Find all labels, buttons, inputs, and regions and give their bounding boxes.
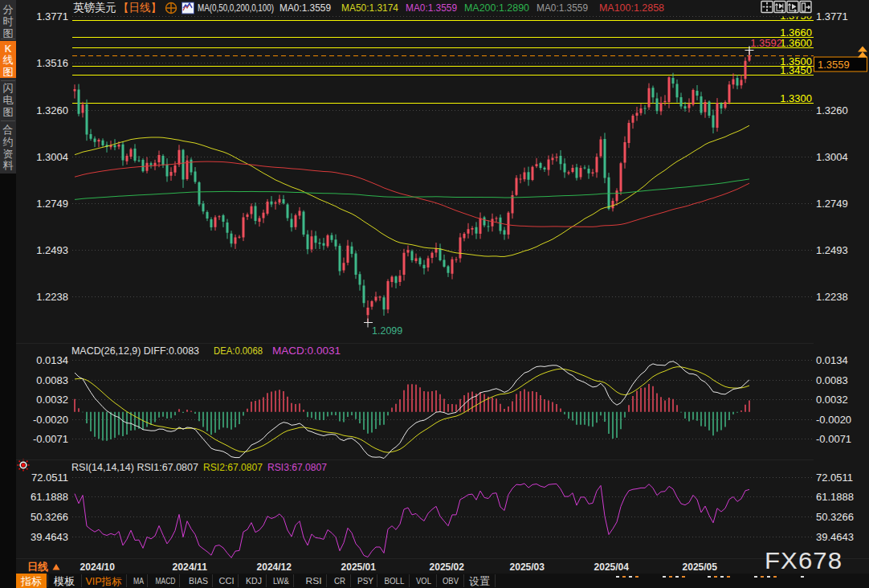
svg-text:LW&: LW&	[273, 576, 289, 586]
svg-text:1.2749: 1.2749	[36, 198, 68, 210]
svg-text:1.3771: 1.3771	[816, 10, 848, 22]
svg-text:英镑美元: 英镑美元	[73, 2, 116, 14]
svg-text:0.0032: 0.0032	[816, 394, 848, 406]
svg-text:1.3516: 1.3516	[36, 57, 68, 69]
svg-text:0.0083: 0.0083	[36, 374, 68, 386]
svg-text:闪: 闪	[3, 82, 14, 94]
svg-text:0.0134: 0.0134	[816, 354, 848, 366]
svg-text:MA50:1.3174: MA50:1.3174	[341, 2, 398, 14]
svg-text:MA100:1.2858: MA100:1.2858	[599, 2, 664, 14]
svg-text:线: 线	[3, 54, 14, 66]
svg-text:1.3300: 1.3300	[780, 92, 812, 104]
svg-text:资: 资	[3, 148, 14, 160]
svg-text:CR: CR	[334, 576, 345, 586]
svg-text:CCI: CCI	[219, 576, 235, 586]
svg-text:MA(0,50,0,200,0,100): MA(0,50,0,200,0,100)	[198, 2, 274, 14]
svg-text:0.0083: 0.0083	[816, 374, 848, 386]
svg-text:RSI3:67.0807: RSI3:67.0807	[267, 461, 327, 473]
svg-text:图: 图	[3, 106, 14, 118]
svg-text:RSI(14,14,14) RSI1:67.0807: RSI(14,14,14) RSI1:67.0807	[71, 461, 198, 473]
svg-text:RSI: RSI	[306, 576, 322, 586]
svg-text:39.4643: 39.4643	[31, 531, 68, 543]
svg-text:2025/04: 2025/04	[594, 561, 630, 573]
svg-text:MACD(26,12,9) DIFF:0.0083: MACD(26,12,9) DIFF:0.0083	[71, 345, 199, 357]
svg-text:设置: 设置	[469, 575, 490, 587]
svg-text:61.1888: 61.1888	[816, 491, 854, 503]
svg-text:-0.0020: -0.0020	[816, 414, 851, 426]
svg-text:FX678: FX678	[765, 547, 842, 574]
svg-text:分: 分	[3, 3, 14, 15]
svg-text:OBV: OBV	[443, 576, 459, 586]
svg-text:模板: 模板	[53, 575, 75, 587]
svg-text:VOL: VOL	[416, 576, 431, 586]
svg-text:MA200:1.2890: MA200:1.2890	[464, 2, 529, 14]
svg-text:1.3260: 1.3260	[36, 104, 68, 116]
svg-text:KDJ: KDJ	[246, 576, 262, 586]
svg-text:MACD:0.0031: MACD:0.0031	[272, 345, 341, 357]
svg-text:2024/10: 2024/10	[80, 561, 116, 573]
svg-text:1.3004: 1.3004	[816, 151, 848, 163]
svg-text:图: 图	[3, 66, 14, 78]
svg-text:1.2238: 1.2238	[816, 291, 848, 303]
svg-text:2024/11: 2024/11	[173, 561, 208, 573]
svg-text:1.2493: 1.2493	[816, 244, 848, 256]
svg-text:1.3004: 1.3004	[36, 151, 68, 163]
svg-text:2024/12: 2024/12	[257, 561, 292, 573]
svg-text:1.3592: 1.3592	[750, 37, 782, 49]
svg-text:2025/02: 2025/02	[430, 561, 465, 573]
svg-text:MA0:1.3559: MA0:1.3559	[536, 2, 588, 14]
svg-text:2025/05: 2025/05	[683, 561, 718, 573]
svg-text:1.2493: 1.2493	[36, 244, 68, 256]
svg-text:BIAS: BIAS	[189, 576, 208, 586]
svg-text:日线: 日线	[27, 561, 48, 573]
svg-text:DEA:0.0068: DEA:0.0068	[214, 345, 263, 357]
svg-text:61.1888: 61.1888	[31, 491, 68, 503]
svg-text:-0.0071: -0.0071	[816, 433, 851, 445]
svg-text:1.3260: 1.3260	[816, 104, 848, 116]
svg-text:料: 料	[3, 159, 14, 171]
svg-text:1.3559: 1.3559	[818, 59, 850, 71]
svg-text:1.2238: 1.2238	[36, 291, 68, 303]
svg-text:39.4643: 39.4643	[816, 531, 854, 543]
svg-text:-0.0020: -0.0020	[33, 414, 68, 426]
svg-text:电: 电	[3, 94, 14, 106]
svg-text:1.2099: 1.2099	[372, 325, 402, 337]
svg-text:2025/01: 2025/01	[341, 561, 377, 573]
svg-text:72.0511: 72.0511	[816, 472, 853, 484]
svg-text:约: 约	[3, 136, 14, 148]
svg-text:50.3266: 50.3266	[816, 511, 854, 523]
svg-text:指标: 指标	[20, 575, 42, 587]
svg-text:-0.0071: -0.0071	[33, 433, 68, 445]
svg-text:1.2749: 1.2749	[816, 198, 848, 210]
svg-text:RSI2:67.0807: RSI2:67.0807	[203, 461, 263, 473]
svg-text:K: K	[5, 43, 12, 55]
svg-text:合: 合	[3, 124, 14, 136]
svg-text:1.3450: 1.3450	[780, 64, 812, 76]
svg-text:BOLL: BOLL	[385, 576, 406, 586]
svg-text:1.3771: 1.3771	[36, 10, 68, 22]
svg-text:【日线】: 【日线】	[118, 2, 161, 14]
svg-text:MA: MA	[133, 576, 144, 586]
svg-text:0.0032: 0.0032	[36, 394, 68, 406]
svg-text:时: 时	[3, 15, 14, 27]
svg-text:VIP指标: VIP指标	[85, 576, 122, 587]
svg-text:图: 图	[3, 27, 14, 39]
svg-text:MA0:1.3559: MA0:1.3559	[406, 2, 457, 14]
svg-text:2025/03: 2025/03	[510, 561, 545, 573]
svg-text:PSY: PSY	[357, 576, 373, 586]
svg-text:50.3266: 50.3266	[31, 511, 68, 523]
svg-text:0.0134: 0.0134	[36, 354, 68, 366]
svg-text:MA0:1.3559: MA0:1.3559	[279, 2, 331, 14]
svg-text:MACD: MACD	[156, 576, 176, 586]
svg-text:72.0511: 72.0511	[31, 472, 68, 484]
svg-text:1.3600: 1.3600	[780, 37, 812, 49]
